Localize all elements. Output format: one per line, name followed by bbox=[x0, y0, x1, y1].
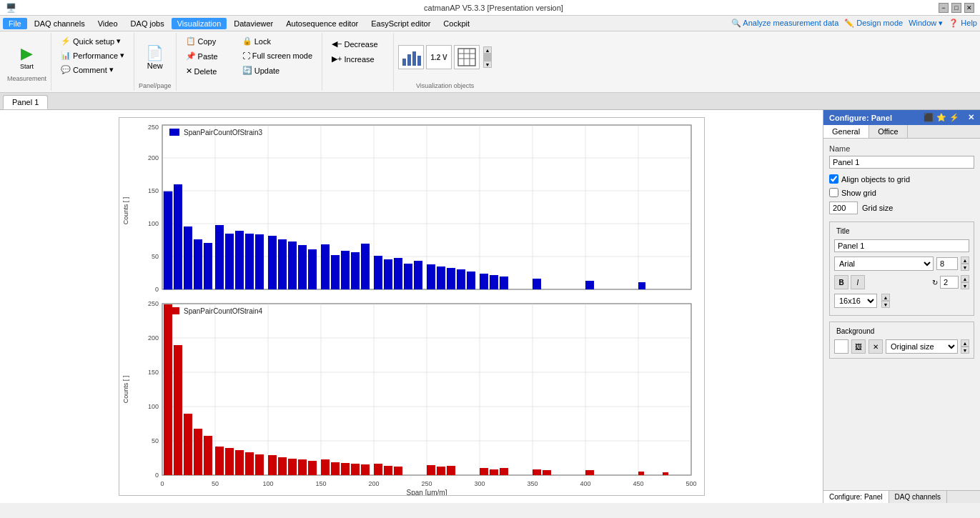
svg-rect-71 bbox=[638, 282, 645, 289]
copy-icon: 📋 bbox=[186, 36, 196, 46]
svg-rect-126 bbox=[321, 459, 330, 475]
menu-item-file[interactable]: File bbox=[3, 18, 27, 29]
grid-size-input[interactable] bbox=[829, 201, 858, 214]
svg-rect-134 bbox=[427, 465, 435, 475]
bg-image-button[interactable]: 🖼 bbox=[851, 339, 866, 354]
svg-rect-59 bbox=[404, 264, 412, 289]
bg-clear-button[interactable]: ✕ bbox=[868, 339, 883, 354]
svg-rect-127 bbox=[331, 462, 340, 475]
window-menu[interactable]: Window ▾ bbox=[909, 19, 943, 28]
update-button[interactable]: 🔄 Update bbox=[237, 64, 317, 77]
menu-item-autosequence[interactable]: Autosequence editor bbox=[280, 18, 364, 29]
svg-rect-41 bbox=[215, 225, 224, 289]
delete-button[interactable]: ✕ Delete bbox=[181, 64, 223, 78]
quick-setup-arrow: ▾ bbox=[117, 36, 121, 46]
fullscreen-button[interactable]: ⛶ Full screen mode bbox=[237, 49, 317, 62]
grid-size-row: Grid size bbox=[829, 201, 974, 214]
design-mode-link[interactable]: ✏️ Design mode bbox=[844, 19, 903, 28]
font-size-up[interactable]: ▲ bbox=[961, 256, 969, 264]
align-objects-checkbox[interactable] bbox=[829, 174, 838, 184]
svg-rect-37 bbox=[174, 184, 182, 289]
font-size-input[interactable] bbox=[936, 257, 958, 270]
svg-rect-3 bbox=[417, 56, 421, 66]
new-button[interactable]: 📄 New bbox=[143, 41, 167, 73]
config-tab-general[interactable]: General bbox=[823, 125, 869, 138]
icon-size-select[interactable]: 16x16 24x24 32x32 bbox=[834, 294, 877, 308]
config-star-icon[interactable]: ⭐ bbox=[936, 113, 946, 122]
copy-button[interactable]: 📋 Copy bbox=[181, 34, 223, 48]
menu-item-visualization[interactable]: Visualization bbox=[172, 18, 227, 29]
menu-item-daq-jobs[interactable]: DAQ jobs bbox=[125, 18, 170, 29]
svg-rect-117 bbox=[225, 448, 234, 475]
name-input[interactable] bbox=[829, 156, 974, 169]
menu-item-easyscript[interactable]: EasyScript editor bbox=[365, 18, 436, 29]
config-pin-icon[interactable]: ⬛ bbox=[924, 113, 934, 122]
config-bottom-tab-panel[interactable]: Configure: Panel bbox=[823, 491, 889, 503]
background-group: Background 🖼 ✕ Original size Stretch Til… bbox=[829, 322, 974, 359]
svg-rect-56 bbox=[374, 256, 382, 289]
svg-text:100: 100 bbox=[262, 480, 273, 487]
svg-rect-42 bbox=[225, 234, 234, 289]
svg-rect-136 bbox=[447, 466, 455, 475]
svg-rect-140 bbox=[533, 469, 541, 475]
show-grid-checkbox[interactable] bbox=[829, 188, 838, 197]
svg-rect-114 bbox=[194, 429, 202, 475]
title-input[interactable] bbox=[834, 239, 969, 252]
viz-display-button[interactable]: 1.2 V bbox=[426, 45, 452, 69]
svg-text:Span [μm/m]: Span [μm/m] bbox=[406, 489, 447, 496]
minimize-button[interactable]: − bbox=[939, 3, 949, 13]
config-tab-office[interactable]: Office bbox=[869, 125, 908, 138]
help-menu[interactable]: ❓ Help bbox=[949, 19, 977, 28]
bg-size-down[interactable]: ▼ bbox=[961, 347, 969, 354]
menu-item-dataviewer[interactable]: Dataviewer bbox=[228, 18, 279, 29]
bg-size-up[interactable]: ▲ bbox=[961, 339, 969, 347]
config-bottom-tab-daq[interactable]: DAQ channels bbox=[889, 491, 947, 503]
rotation-up[interactable]: ▲ bbox=[961, 275, 969, 282]
rotation-input[interactable] bbox=[940, 276, 959, 289]
svg-rect-48 bbox=[288, 241, 297, 289]
show-grid-row: Show grid bbox=[829, 188, 974, 197]
maximize-button[interactable]: □ bbox=[951, 3, 961, 13]
viz-scroll-up[interactable]: ▲ bbox=[483, 46, 492, 54]
menu-item-cockpit[interactable]: Cockpit bbox=[437, 18, 475, 29]
analyze-measurement-link[interactable]: 🔍 Analyze measurement data bbox=[731, 19, 838, 28]
italic-button[interactable]: I bbox=[851, 275, 865, 289]
svg-rect-49 bbox=[298, 245, 307, 289]
lock-button[interactable]: 🔒 Lock bbox=[237, 34, 317, 48]
svg-rect-118 bbox=[235, 450, 244, 475]
icon-size-up[interactable]: ▲ bbox=[881, 294, 890, 301]
close-button[interactable]: ✕ bbox=[964, 3, 974, 13]
start-button[interactable]: ▶ Start bbox=[14, 41, 39, 73]
config-close-icon[interactable]: ✕ bbox=[968, 113, 974, 122]
bg-size-select[interactable]: Original size Stretch Tile bbox=[886, 339, 958, 354]
menu-item-video[interactable]: Video bbox=[92, 18, 124, 29]
rotation-down[interactable]: ▼ bbox=[961, 282, 969, 289]
paste-button[interactable]: 📌 Paste bbox=[181, 49, 223, 63]
config-bottom-tabs: Configure: Panel DAQ channels bbox=[823, 490, 980, 503]
bold-button[interactable]: B bbox=[834, 275, 848, 289]
svg-text:Counts [ ]: Counts [ ] bbox=[122, 376, 129, 404]
icon-size-down[interactable]: ▼ bbox=[881, 301, 890, 308]
font-select[interactable]: Arial Times New Roman bbox=[834, 256, 934, 271]
svg-text:Counts [ ]: Counts [ ] bbox=[122, 197, 129, 225]
menu-item-daq-channels[interactable]: DAQ channels bbox=[29, 18, 91, 29]
bg-color-box[interactable] bbox=[834, 339, 848, 354]
increase-button[interactable]: ▶+ Increase bbox=[327, 52, 383, 66]
viz-scroll-down[interactable]: ▼ bbox=[483, 61, 492, 68]
tab-panel1[interactable]: Panel 1 bbox=[3, 95, 48, 109]
viz-chart-button[interactable] bbox=[398, 45, 424, 69]
font-size-down[interactable]: ▼ bbox=[961, 264, 969, 271]
paste-label: Paste bbox=[198, 52, 218, 61]
comment-label: Comment bbox=[73, 66, 107, 74]
viz-table-button[interactable] bbox=[454, 45, 480, 69]
svg-rect-144 bbox=[663, 472, 668, 475]
decrease-button[interactable]: ◀− Decrease bbox=[327, 37, 383, 51]
viz-scroll-mid[interactable] bbox=[483, 54, 492, 61]
svg-rect-116 bbox=[215, 447, 224, 475]
quick-setup-button[interactable]: ⚡ Quick setup ▾ bbox=[56, 34, 126, 48]
name-label: Name bbox=[829, 144, 974, 153]
comment-button[interactable]: 💬 Comment ▾ bbox=[56, 63, 119, 76]
svg-rect-47 bbox=[278, 239, 287, 289]
performance-button[interactable]: 📊 Performance ▾ bbox=[56, 49, 129, 62]
config-bolt-icon[interactable]: ⚡ bbox=[949, 113, 959, 122]
